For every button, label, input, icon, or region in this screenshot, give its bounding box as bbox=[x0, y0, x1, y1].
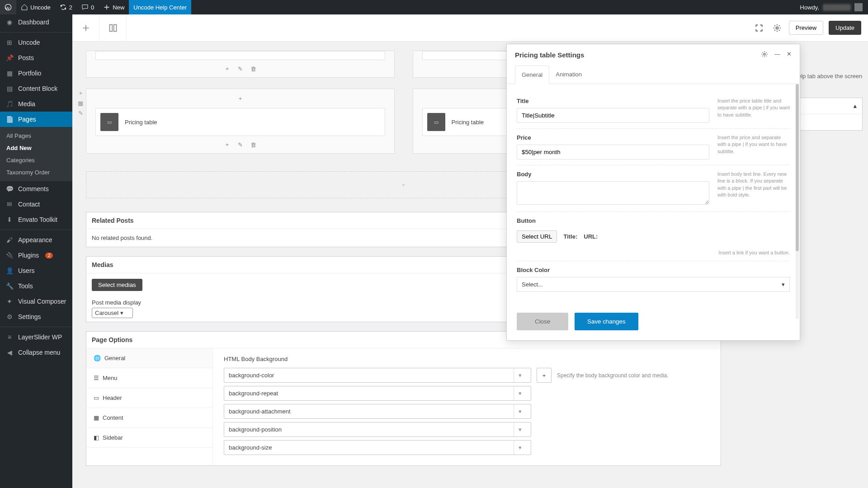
field-label-blockcolor: Block Color bbox=[517, 267, 790, 273]
fullscreen-button[interactable] bbox=[753, 22, 765, 34]
sidebar-item-settings[interactable]: ⚙Settings bbox=[0, 309, 72, 324]
sidebar-item-portfolio[interactable]: ▦Portfolio bbox=[0, 66, 72, 81]
sidebar-item-plugins[interactable]: 🔌Plugins2 bbox=[0, 248, 72, 263]
wp-logo[interactable] bbox=[0, 0, 16, 14]
sidebar-item-contact[interactable]: ✉Contact bbox=[0, 197, 72, 212]
po-select-bgcolor[interactable]: background-color▾ bbox=[224, 368, 531, 383]
modal-gear-button[interactable] bbox=[761, 51, 768, 59]
sidebar-submenu-pages: All Pages Add New Categories Taxonomy Or… bbox=[0, 127, 72, 181]
page-options-content: HTML Body Background background-color▾ ＋… bbox=[213, 348, 721, 465]
templates-button[interactable] bbox=[99, 14, 127, 42]
field-label-price: Price bbox=[517, 134, 709, 141]
pages-icon: 📄 bbox=[5, 115, 14, 123]
portfolio-icon: ▦ bbox=[5, 69, 14, 77]
update-button[interactable]: Update bbox=[829, 21, 861, 35]
add-button[interactable]: ＋ bbox=[221, 63, 233, 75]
row-handles: ＋ ▦ ✎ bbox=[76, 89, 85, 117]
select-url-button[interactable]: Select URL bbox=[517, 230, 557, 243]
new-content-link[interactable]: New bbox=[99, 0, 129, 14]
field-label-title: Title bbox=[517, 98, 709, 104]
fullscreen-icon bbox=[755, 23, 764, 33]
row-add-handle[interactable]: ＋ bbox=[76, 89, 85, 98]
body-textarea[interactable] bbox=[517, 181, 709, 205]
modal-close-footer-button[interactable]: Close bbox=[517, 313, 568, 330]
po-select-bgrepeat[interactable]: background-repeat▾ bbox=[224, 386, 531, 401]
sidebar-item-media[interactable]: 🎵Media bbox=[0, 96, 72, 112]
sidebar-item-users[interactable]: 👤Users bbox=[0, 263, 72, 278]
po-select-bgsize[interactable]: background-size▾ bbox=[224, 440, 531, 455]
uncode-icon: ⊞ bbox=[5, 38, 14, 47]
sidebar-item-visual-composer[interactable]: ✦Visual Composer bbox=[0, 294, 72, 309]
po-tab-general[interactable]: 🌐 General bbox=[86, 348, 212, 368]
sidebar-item-uncode[interactable]: ⊞Uncode bbox=[0, 35, 72, 50]
preview-button[interactable]: Preview bbox=[789, 21, 823, 35]
submenu-all-pages[interactable]: All Pages bbox=[0, 130, 72, 142]
edit-button[interactable]: ✎ bbox=[234, 139, 246, 150]
po-add-button[interactable]: ＋ bbox=[537, 368, 552, 383]
sidebar-item-pages[interactable]: 📄Pages bbox=[0, 112, 72, 127]
media-display-select[interactable]: Carousel ▾ bbox=[92, 308, 133, 318]
vc-icon: ✦ bbox=[5, 297, 14, 305]
po-tab-menu[interactable]: ☰ Menu bbox=[86, 368, 212, 388]
delete-button[interactable]: 🗑 bbox=[247, 63, 259, 75]
media-icon: 🎵 bbox=[5, 100, 14, 108]
site-name-link[interactable]: Uncode bbox=[16, 0, 55, 14]
updates-link[interactable]: 2 bbox=[55, 0, 77, 14]
modal-close-button[interactable]: ✕ bbox=[787, 51, 792, 59]
edit-button[interactable]: ✎ bbox=[234, 63, 246, 75]
add-button[interactable]: ＋ bbox=[221, 139, 233, 150]
url-url-label: URL: bbox=[584, 233, 598, 240]
po-tab-sidebar[interactable]: ◧ Sidebar bbox=[86, 428, 212, 448]
toggle-icon[interactable]: ▴ bbox=[854, 103, 857, 109]
submenu-taxonomy-order[interactable]: Taxonomy Order bbox=[0, 166, 72, 178]
title-help: Insert the price table title and separat… bbox=[717, 98, 790, 123]
pricing-table-block[interactable]: ▭ Pricing table bbox=[95, 108, 385, 136]
modal-scrollbar[interactable] bbox=[796, 84, 799, 319]
sidebar-item-dashboard[interactable]: ◉Dashboard bbox=[0, 14, 72, 30]
row-edit-handle[interactable]: ✎ bbox=[76, 108, 85, 117]
submenu-add-new[interactable]: Add New bbox=[0, 142, 72, 154]
block-color-select[interactable]: Select...▾ bbox=[517, 277, 790, 292]
modal-save-button[interactable]: Save changes bbox=[575, 313, 638, 330]
select-medias-button[interactable]: Select medias bbox=[92, 279, 142, 291]
sidebar-item-appearance[interactable]: 🖌Appearance bbox=[0, 232, 72, 248]
add-inner-button[interactable]: ＋ bbox=[234, 93, 246, 104]
modal-tab-animation[interactable]: Animation bbox=[549, 66, 588, 84]
metabox-page-options: Page Options 🌐 General ☰ Menu ▭ Header ▦… bbox=[86, 331, 721, 466]
settings-icon: ⚙ bbox=[5, 313, 14, 321]
po-tab-header[interactable]: ▭ Header bbox=[86, 388, 212, 408]
home-icon bbox=[21, 4, 28, 11]
field-label-button: Button bbox=[517, 217, 790, 224]
modal-minimize-button[interactable]: — bbox=[774, 51, 780, 59]
title-input[interactable] bbox=[517, 108, 709, 123]
sidebar-item-envato[interactable]: ⬇Envato Toolkit bbox=[0, 212, 72, 227]
pricing-block-icon: ▭ bbox=[427, 113, 445, 131]
sidebar-item-posts[interactable]: 📌Posts bbox=[0, 50, 72, 66]
modal-tab-general[interactable]: General bbox=[515, 66, 549, 84]
sidebar-item-layerslider[interactable]: ≡LayerSlider WP bbox=[0, 329, 72, 345]
modal-title: Pricing table Settings bbox=[515, 51, 584, 59]
po-section-label: HTML Body Background bbox=[224, 356, 710, 362]
username-blurred bbox=[823, 4, 851, 11]
sidebar-item-content-block[interactable]: ▤Content Block bbox=[0, 81, 72, 96]
sidebar-item-comments[interactable]: 💬Comments bbox=[0, 181, 72, 197]
po-select-bgattach[interactable]: background-attachment▾ bbox=[224, 404, 531, 419]
pricing-block-icon: ▭ bbox=[100, 113, 118, 131]
submenu-categories[interactable]: Categories bbox=[0, 154, 72, 166]
sidebar-item-tools[interactable]: 🔧Tools bbox=[0, 278, 72, 294]
add-element-button[interactable] bbox=[72, 14, 99, 42]
help-center-link[interactable]: Uncode Help Center bbox=[129, 0, 191, 14]
pin-icon: 📌 bbox=[5, 54, 14, 62]
avatar[interactable] bbox=[854, 3, 863, 11]
plus-icon bbox=[81, 23, 90, 33]
po-tab-content[interactable]: ▦ Content bbox=[86, 408, 212, 428]
sidebar-collapse[interactable]: ◀Collapse menu bbox=[0, 345, 72, 360]
po-select-bgpos[interactable]: background-position▾ bbox=[224, 422, 531, 437]
settings-button[interactable] bbox=[771, 22, 783, 34]
row-grid-handle[interactable]: ▦ bbox=[76, 99, 85, 108]
comments-link[interactable]: 0 bbox=[77, 0, 99, 14]
price-input[interactable] bbox=[517, 145, 709, 160]
delete-button[interactable]: 🗑 bbox=[247, 139, 259, 150]
comment-icon: 💬 bbox=[5, 185, 14, 193]
po-help-text: Specify the body background color and me… bbox=[557, 372, 669, 379]
